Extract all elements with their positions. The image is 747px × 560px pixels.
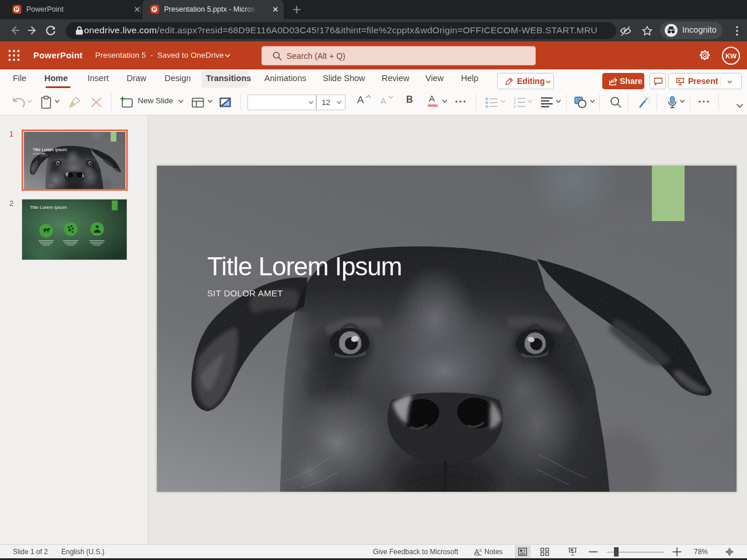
svg-text:P: P — [15, 6, 18, 12]
svg-text:P: P — [152, 6, 156, 12]
svg-text:2: 2 — [514, 100, 516, 104]
svg-text:Title Lorem Ipsum: Title Lorem Ipsum — [30, 205, 67, 210]
svg-text:3: 3 — [514, 104, 516, 108]
svg-text:1: 1 — [514, 96, 516, 100]
